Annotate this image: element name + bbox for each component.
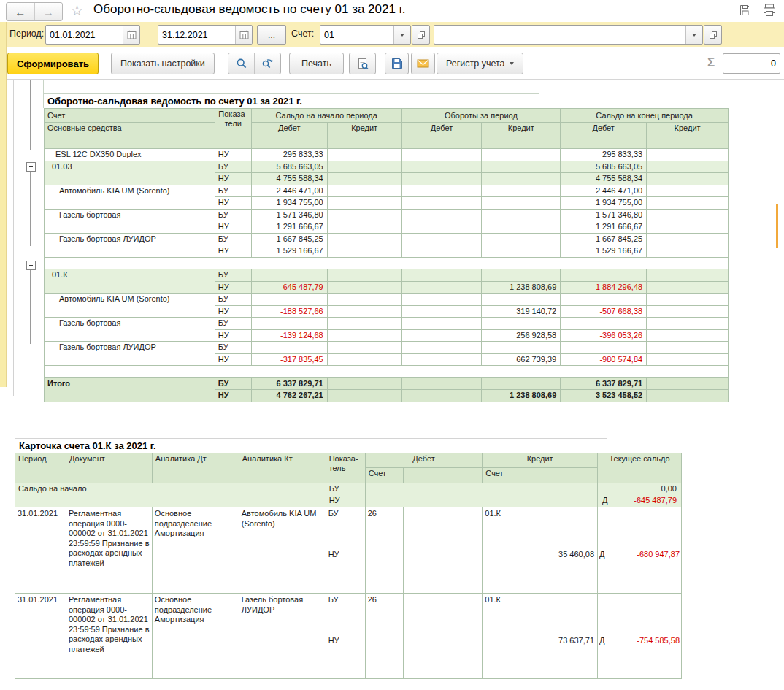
amount-cell[interactable] bbox=[647, 161, 729, 173]
amount-cell[interactable] bbox=[647, 173, 729, 185]
analytics-kt-cell[interactable]: Газель бортовая ЛУИДОР bbox=[239, 594, 326, 679]
debit-amount-cell[interactable] bbox=[403, 507, 483, 594]
indicator-cell[interactable]: БУ НУ bbox=[326, 594, 365, 679]
amount-cell[interactable] bbox=[561, 342, 647, 354]
row-name-cell[interactable]: Автомобиль KIA UM (Sorento) bbox=[45, 294, 215, 318]
amount-cell[interactable] bbox=[327, 161, 401, 173]
account-open-button[interactable] bbox=[412, 25, 430, 45]
extra-filter-input[interactable] bbox=[434, 26, 685, 44]
amount-cell[interactable]: 1 934 755,00 bbox=[251, 197, 327, 210]
amount-cell[interactable]: 6 337 829,71 bbox=[561, 377, 647, 390]
amount-cell[interactable] bbox=[401, 305, 482, 318]
indicator-cell[interactable]: БУ bbox=[215, 269, 251, 282]
row-name-cell[interactable]: Газель бортовая bbox=[45, 209, 215, 233]
sum-input[interactable] bbox=[723, 54, 780, 73]
indicator-cell[interactable]: НУ bbox=[215, 149, 251, 161]
amount-cell[interactable] bbox=[647, 245, 729, 258]
amount-cell[interactable] bbox=[647, 390, 729, 402]
indicator-cell[interactable]: НУ bbox=[215, 221, 251, 234]
amount-cell[interactable]: 1 238 808,69 bbox=[482, 390, 561, 402]
amount-cell[interactable]: -139 124,68 bbox=[251, 329, 327, 342]
amount-cell[interactable] bbox=[482, 318, 561, 330]
amount-cell[interactable] bbox=[401, 197, 482, 210]
indicator-cell[interactable]: БУ bbox=[215, 294, 251, 306]
generate-button[interactable]: Сформировать bbox=[7, 53, 99, 74]
amount-cell[interactable]: 256 928,58 bbox=[482, 329, 561, 342]
amount-cell[interactable] bbox=[327, 197, 401, 210]
search-next-icon[interactable] bbox=[254, 53, 280, 74]
amount-cell[interactable] bbox=[251, 342, 327, 354]
amount-cell[interactable] bbox=[327, 305, 401, 318]
indicator-cell[interactable]: НУ bbox=[215, 281, 251, 294]
indicator-cell[interactable]: НУ bbox=[215, 197, 251, 210]
print-preview-button[interactable] bbox=[349, 53, 376, 74]
amount-cell[interactable]: 1 238 808,69 bbox=[482, 281, 561, 294]
credit-account-cell[interactable]: 01.К bbox=[483, 507, 518, 594]
period-to-input[interactable] bbox=[158, 26, 235, 44]
amount-cell[interactable] bbox=[482, 161, 561, 173]
amount-cell[interactable] bbox=[647, 329, 729, 342]
indicator-cell[interactable]: БУ НУ bbox=[326, 507, 365, 594]
amount-cell[interactable]: -980 574,84 bbox=[561, 353, 647, 366]
amount-cell[interactable]: 1 571 346,80 bbox=[251, 209, 327, 221]
amount-cell[interactable]: 4 755 588,34 bbox=[561, 173, 647, 185]
indicator-cell[interactable]: БУ bbox=[326, 483, 365, 496]
analytics-dt-cell[interactable]: Основное подразделение Амортизация bbox=[152, 507, 239, 594]
analytics-kt-cell[interactable]: Автомобиль KIA UM (Sorento) bbox=[239, 507, 326, 594]
amount-cell[interactable] bbox=[401, 209, 482, 221]
report-row[interactable]: Автомобиль KIA UM (Sorento)БУ bbox=[45, 294, 729, 306]
row-name-cell[interactable]: ESL 12C DX350 Duplex bbox=[45, 149, 215, 161]
amount-cell[interactable] bbox=[401, 353, 482, 366]
amount-cell[interactable]: 2 446 471,00 bbox=[251, 185, 327, 197]
indicator-cell[interactable]: БУ bbox=[215, 209, 251, 221]
amount-cell[interactable]: 4 762 267,21 bbox=[251, 390, 327, 402]
indicator-cell[interactable]: НУ bbox=[215, 305, 251, 318]
register-menu-button[interactable]: Регистр учета bbox=[437, 53, 523, 74]
amount-cell[interactable]: 2 446 471,00 bbox=[561, 185, 647, 197]
amount-cell[interactable] bbox=[401, 342, 482, 354]
amount-cell[interactable]: 319 140,72 bbox=[482, 305, 561, 318]
amount-cell[interactable] bbox=[327, 377, 401, 390]
amount-cell[interactable] bbox=[561, 269, 647, 282]
collapse-group-button[interactable] bbox=[26, 162, 36, 172]
report-row[interactable]: Газель бортоваяБУ bbox=[45, 318, 729, 330]
indicator-cell[interactable]: БУ bbox=[215, 342, 251, 354]
amount-cell[interactable]: 295 833,33 bbox=[561, 149, 647, 161]
amount-cell[interactable] bbox=[327, 245, 401, 258]
indicator-cell[interactable]: НУ bbox=[215, 353, 251, 366]
indicator-cell[interactable]: НУ bbox=[215, 390, 251, 402]
save-report-button[interactable] bbox=[385, 53, 409, 74]
amount-cell[interactable] bbox=[401, 281, 482, 294]
search-icon[interactable] bbox=[228, 53, 254, 74]
amount-cell[interactable]: -507 668,38 bbox=[561, 305, 647, 318]
indicator-cell[interactable]: БУ bbox=[215, 377, 251, 390]
amount-cell[interactable] bbox=[482, 209, 561, 221]
amount-cell[interactable] bbox=[327, 233, 401, 245]
indicator-cell[interactable]: НУ bbox=[215, 329, 251, 342]
period-cell[interactable]: 31.01.2021 bbox=[15, 594, 66, 679]
amount-cell[interactable]: 1 571 346,80 bbox=[561, 209, 647, 221]
extra-filter-open-button[interactable] bbox=[704, 25, 722, 45]
indicator-cell[interactable]: БУ bbox=[215, 233, 251, 245]
amount-cell[interactable] bbox=[647, 294, 729, 306]
amount-cell[interactable]: -188 527,66 bbox=[251, 305, 327, 318]
print-button[interactable]: Печать bbox=[289, 53, 344, 74]
amount-cell[interactable] bbox=[327, 281, 401, 294]
indicator-cell[interactable]: БУ bbox=[215, 161, 251, 173]
forward-button[interactable]: → bbox=[34, 3, 63, 20]
balance-cell[interactable]: Д-680 947,87 bbox=[598, 507, 682, 594]
debit-account-cell[interactable]: 26 bbox=[365, 507, 403, 594]
amount-cell[interactable] bbox=[482, 245, 561, 258]
amount-cell[interactable] bbox=[327, 318, 401, 330]
amount-cell[interactable] bbox=[327, 390, 401, 402]
amount-cell[interactable] bbox=[401, 294, 482, 306]
balance-cell[interactable]: 0,00 bbox=[598, 483, 682, 496]
amount-cell[interactable] bbox=[482, 197, 561, 210]
indicator-cell[interactable]: НУ bbox=[215, 245, 251, 258]
amount-cell[interactable] bbox=[482, 269, 561, 282]
amount-cell[interactable] bbox=[327, 221, 401, 234]
period-cell[interactable]: 31.01.2021 bbox=[15, 507, 66, 594]
amount-cell[interactable] bbox=[251, 269, 327, 282]
amount-cell[interactable] bbox=[401, 221, 482, 234]
indicator-cell[interactable]: НУ bbox=[215, 173, 251, 185]
